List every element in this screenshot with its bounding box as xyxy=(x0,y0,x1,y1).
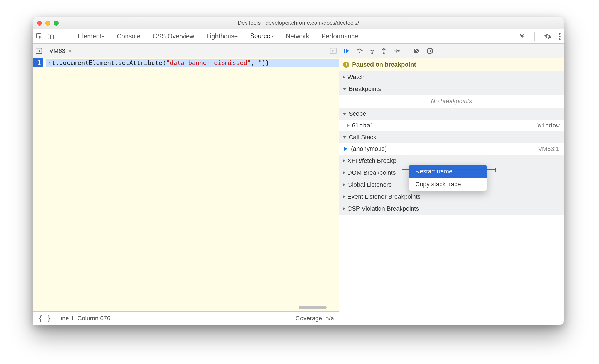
code-line: nt.documentElement.setAttribute("data-ba… xyxy=(48,59,269,66)
svg-rect-14 xyxy=(430,50,431,52)
svg-point-3 xyxy=(559,33,560,34)
breakpoints-header[interactable]: Breakpoints xyxy=(339,83,564,95)
paused-label: Paused on breakpoint xyxy=(352,61,416,68)
tab-network[interactable]: Network xyxy=(280,29,315,43)
separator xyxy=(534,32,535,41)
kebab-menu-icon[interactable] xyxy=(559,33,561,40)
callstack-frame[interactable]: (anonymous) VM63:1 xyxy=(339,143,564,155)
editor-tabbar: VM63 ✕ xyxy=(33,44,339,58)
sources-editor-pane: VM63 ✕ 1 nt.documentElement.setAttribute… xyxy=(33,44,339,325)
csp-bp-header[interactable]: CSP Violation Breakpoints xyxy=(339,203,564,215)
file-tab[interactable]: VM63 ✕ xyxy=(46,44,75,58)
watch-section: Watch xyxy=(339,71,564,83)
scope-header[interactable]: Scope xyxy=(339,108,564,120)
callstack-header[interactable]: Call Stack xyxy=(339,131,564,143)
scope-section: Scope Global Window xyxy=(339,108,564,131)
expand-icon xyxy=(343,183,345,187)
svg-point-12 xyxy=(398,50,400,52)
info-icon: i xyxy=(343,62,349,68)
csp-bp-section: CSP Violation Breakpoints xyxy=(339,203,564,215)
window-title: DevTools - developer.chrome.com/docs/dev… xyxy=(33,20,564,26)
breakpoints-section: Breakpoints No breakpoints xyxy=(339,83,564,108)
step-into-icon[interactable] xyxy=(369,48,375,54)
pause-on-exceptions-icon[interactable] xyxy=(426,48,433,54)
context-menu-copy-stack-trace[interactable]: Copy stack trace xyxy=(409,178,487,191)
svg-point-5 xyxy=(559,38,560,40)
collapse-icon xyxy=(343,88,347,90)
expand-icon xyxy=(343,195,345,199)
expand-icon xyxy=(347,124,350,127)
titlebar: DevTools - developer.chrome.com/docs/dev… xyxy=(33,17,564,29)
show-navigator-icon[interactable] xyxy=(35,47,43,55)
close-tab-icon[interactable]: ✕ xyxy=(68,48,72,54)
separator xyxy=(62,32,62,41)
paused-banner: i Paused on breakpoint xyxy=(339,58,564,71)
coverage-status: Coverage: n/a xyxy=(296,315,334,322)
svg-rect-13 xyxy=(429,50,429,52)
expand-icon xyxy=(343,75,345,79)
tab-elements[interactable]: Elements xyxy=(72,29,111,43)
expand-icon xyxy=(343,171,345,175)
context-menu: Restart frame Copy stack trace xyxy=(409,165,487,191)
debugger-toolbar xyxy=(339,44,564,58)
run-snippet-icon[interactable] xyxy=(330,47,337,55)
code-editor[interactable]: 1 nt.documentElement.setAttribute("data-… xyxy=(33,58,339,311)
tab-performance[interactable]: Performance xyxy=(315,29,364,43)
svg-point-10 xyxy=(371,52,373,54)
tab-lighthouse[interactable]: Lighthouse xyxy=(200,29,244,43)
context-menu-restart-frame[interactable]: Restart frame xyxy=(409,165,487,178)
devtools-window: DevTools - developer.chrome.com/docs/dev… xyxy=(33,17,564,325)
scope-global-row[interactable]: Global Window xyxy=(339,120,564,131)
svg-point-11 xyxy=(383,52,385,54)
horizontal-scrollbar-thumb[interactable] xyxy=(299,306,327,309)
step-over-icon[interactable] xyxy=(356,48,363,54)
step-out-icon[interactable] xyxy=(381,48,387,54)
step-icon[interactable] xyxy=(393,48,400,54)
current-frame-arrow-icon xyxy=(344,147,348,151)
collapse-icon xyxy=(343,136,347,139)
svg-rect-8 xyxy=(344,49,345,53)
no-breakpoints-label: No breakpoints xyxy=(339,95,564,108)
svg-rect-2 xyxy=(50,35,54,39)
line-number: 1 xyxy=(33,58,43,67)
separator xyxy=(407,47,407,55)
tab-css-overview[interactable]: CSS Overview xyxy=(146,29,200,43)
more-tabs-icon[interactable] xyxy=(519,34,525,39)
deactivate-breakpoints-icon[interactable] xyxy=(414,48,420,54)
device-toolbar-icon[interactable] xyxy=(48,33,54,40)
event-listener-bp-header[interactable]: Event Listener Breakpoints xyxy=(339,191,564,203)
collapse-icon xyxy=(343,113,347,115)
inspect-element-icon[interactable] xyxy=(36,33,43,40)
settings-gear-icon[interactable] xyxy=(544,33,551,40)
panel-tab-strip: Elements Console CSS Overview Lighthouse… xyxy=(33,29,564,44)
file-tab-label: VM63 xyxy=(49,47,65,55)
cursor-position: Line 1, Column 676 xyxy=(57,315,111,322)
expand-icon xyxy=(343,159,345,163)
watch-header[interactable]: Watch xyxy=(339,71,564,83)
resume-icon[interactable] xyxy=(343,48,350,54)
tab-console[interactable]: Console xyxy=(111,29,146,43)
svg-point-4 xyxy=(559,36,560,37)
pretty-print-icon[interactable]: { } xyxy=(38,314,51,323)
main-body: VM63 ✕ 1 nt.documentElement.setAttribute… xyxy=(33,44,564,325)
expand-icon xyxy=(343,207,345,211)
svg-point-9 xyxy=(359,52,360,53)
strike-annotation xyxy=(402,169,496,170)
editor-statusbar: { } Line 1, Column 676 Coverage: n/a xyxy=(33,311,339,325)
callstack-section: Call Stack (anonymous) VM63:1 xyxy=(339,131,564,155)
tab-sources[interactable]: Sources xyxy=(244,29,279,43)
debugger-sidebar: i Paused on breakpoint Watch Breakpoints… xyxy=(339,44,564,325)
event-listener-bp-section: Event Listener Breakpoints xyxy=(339,191,564,203)
